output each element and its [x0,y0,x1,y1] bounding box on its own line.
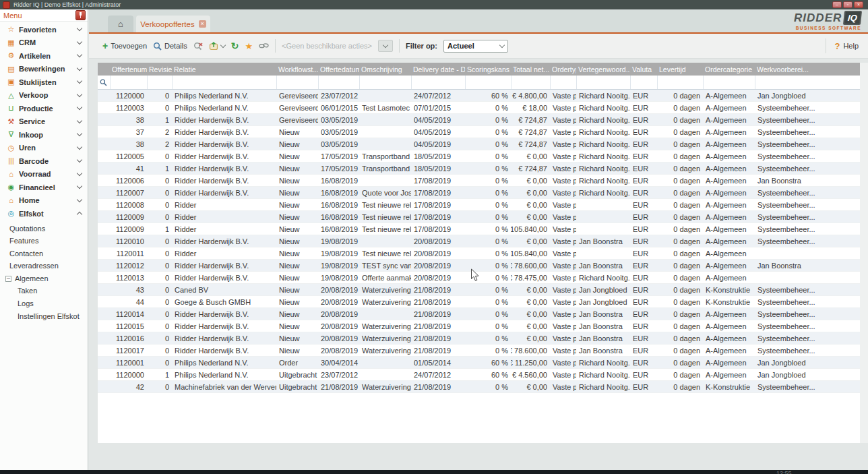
clear-search-button[interactable] [193,42,203,51]
sidebar-item[interactable]: Leveradressen [0,260,88,272]
maximize-button[interactable]: ▫ [843,1,852,8]
filter-input[interactable] [318,76,359,89]
close-button[interactable]: × [854,1,863,8]
link-button[interactable] [259,42,269,50]
column-header-relatie[interactable]: Relatie [172,63,276,76]
sidebar-group[interactable]: ⌂ Voorraad [0,168,88,181]
link-icon [259,42,269,50]
details-button[interactable]: Details [153,42,187,51]
column-header-revisie[interactable]: Revisie [147,63,172,76]
filter-input[interactable] [359,76,411,89]
filter-input[interactable] [172,76,276,89]
sidebar-tree-algemeen[interactable]: – Algemeen [0,272,88,285]
table-cell: EUR [630,332,657,344]
sidebar-group[interactable]: ⚒ Service [0,115,88,129]
column-header-delivery-date[interactable]: Delivery date - Date [411,63,465,76]
table-row[interactable]: 11200150Ridder Harderwijk B.V.Nieuw20/08… [98,320,860,332]
taskbar-clock[interactable]: 12:55 [776,471,792,474]
table-row[interactable]: 11200000Philips Nederland N.V.Gereviseer… [98,90,860,102]
sidebar-group[interactable]: ||| Barcode [0,154,88,168]
table-row[interactable]: 11200110RidderNieuw19/08/2019Test nieuwe… [98,247,860,260]
table-row[interactable]: 411Ridder Harderwijk B.V.Nieuw17/05/2019… [98,162,860,175]
column-header-vertegenwoordiger[interactable]: Vertegenwoord... [576,63,630,76]
column-header-ordertype[interactable]: Ordertype [550,63,576,76]
sidebar-group[interactable]: ▣ Stuklijsten [0,76,88,89]
table-row[interactable]: 11200030Philips Nederland N.V.Gereviseer… [98,102,860,114]
filter-input[interactable] [550,76,576,89]
vertical-scrollbar[interactable] [860,63,868,443]
table-row[interactable]: 11200091RidderNieuw16/08/2019Test nieuwe… [98,223,860,235]
help-button[interactable]: ? Help [826,38,859,53]
table-row[interactable]: 11200100Ridder Harderwijk B.V.Nieuw19/08… [98,235,860,247]
table-cell: Gereviseerd [276,102,318,113]
filter-input[interactable] [411,76,465,89]
sidebar-tree-child[interactable]: Taken [0,285,88,297]
table-row[interactable]: 11200170Ridder Harderwijk B.V.Nieuw20/08… [98,345,860,357]
table-row[interactable]: 382Ridder Harderwijk B.V.Nieuw03/05/2019… [98,138,860,150]
table-row[interactable]: 430Caned BVNieuw20/08/2019Waterzuivering… [98,284,860,296]
sidebar-group[interactable]: ∇ Inkoop [0,128,88,142]
table-row[interactable]: 381Ridder Harderwijk B.V.Gereviseerd03/0… [98,114,860,126]
table-row[interactable]: 372Ridder Harderwijk B.V.Nieuw03/05/2019… [98,126,860,138]
table-row[interactable]: 11200160Ridder Harderwijk B.V.Nieuw20/08… [98,332,860,345]
tab-verkoopoffertes[interactable]: Verkoopoffertes × [136,16,210,32]
table-row[interactable]: 11200090RidderNieuw16/08/2019Test nieuwe… [98,211,860,223]
tab-close-icon[interactable]: × [199,20,206,28]
filter-select[interactable]: Actueel [443,40,508,53]
sidebar-group[interactable]: ⊔ Productie [0,102,88,115]
filter-input[interactable] [511,76,550,89]
column-header-totaal-netto[interactable]: Totaal net... [511,63,550,76]
sidebar-tree-child[interactable]: Instellingen Elfskot [0,310,88,323]
sidebar-group[interactable]: ◷ Uren [0,142,88,155]
barcode-icon: ||| [6,157,16,165]
filter-input[interactable] [755,76,860,89]
sidebar-group[interactable]: ⚙ Artikelen [0,49,88,63]
sidebar-group[interactable]: △ Verkoop [0,89,88,102]
filter-input[interactable] [703,76,755,89]
column-header-workflowstatus[interactable]: Workflowst... [276,63,318,76]
export-button[interactable] [209,41,225,51]
sidebar-group[interactable]: ☆ Favorieten [0,23,88,36]
column-header-levertijd[interactable]: Levertijd [657,63,703,76]
table-row[interactable]: 11200080RidderNieuw16/08/2019Test nieuwe… [98,199,860,211]
table-row[interactable]: 11200060Ridder Harderwijk B.V.Nieuw16/08… [98,175,860,187]
column-header-omschrijving[interactable]: Omschrijving [359,63,411,76]
table-row[interactable]: 11200140Ridder Harderwijk B.V.Nieuw20/08… [98,308,860,320]
sidebar-group[interactable]: ◎ Elfskot [0,207,88,220]
add-button[interactable]: + Toevoegen [102,42,147,50]
refresh-button[interactable]: ↻ [231,42,239,51]
table-row[interactable]: 11200070Ridder Harderwijk B.V.Nieuw16/08… [98,187,860,199]
sidebar-tree-child[interactable]: Logs [0,297,88,310]
filter-input[interactable] [110,76,147,89]
sidebar-item[interactable]: Contacten [0,247,88,260]
table-row[interactable]: 11200010Philips Nederland N.V.Order30/04… [98,357,860,369]
sidebar-group[interactable]: ▤ Bewerkingen [0,63,88,76]
column-header-werkvoorbereider[interactable]: Werkvoorberei... [755,63,860,76]
filter-input[interactable] [465,76,511,89]
filter-input[interactable] [630,76,657,89]
favorite-star-button[interactable]: ★ [245,42,253,51]
sidebar-group[interactable]: ⌂ Home [0,194,88,208]
filter-input[interactable] [657,76,703,89]
column-header-offertenummer[interactable]: Offertenum... [110,63,147,76]
minimize-button[interactable]: – [832,1,842,8]
column-header-valuta[interactable]: Valuta [630,63,657,76]
sidebar-item[interactable]: Features [0,235,88,247]
column-header-ordercategorie[interactable]: Ordercategorie [703,63,755,76]
filter-input[interactable] [576,76,630,89]
sidebar-group[interactable]: ▦ CRM [0,36,88,50]
table-row[interactable]: 440Goege & Busch GMBHNieuw20/08/2019Wate… [98,296,860,308]
tree-collapse-icon[interactable]: – [5,276,11,282]
column-header-offertedatum[interactable]: Offertedatum [318,63,359,76]
pin-icon[interactable] [75,10,86,20]
table-row[interactable]: 11200050Ridder Harderwijk B.V.Nieuw17/05… [98,150,860,162]
table-row[interactable]: 11200001Philips Nederland N.V.Uitgebrach… [98,369,860,381]
table-row[interactable]: 420Machinefabriek van der WervenUitgebra… [98,381,860,393]
filter-input[interactable] [147,76,172,89]
row-indicator [98,199,110,210]
sidebar-item[interactable]: Quotations [0,223,88,235]
sidebar-group[interactable]: ◉ Financieel [0,181,88,194]
tab-home[interactable]: ⌂ [108,16,133,32]
filter-input[interactable] [276,76,318,89]
column-header-scoringskans[interactable]: Scoringskans [465,63,511,76]
